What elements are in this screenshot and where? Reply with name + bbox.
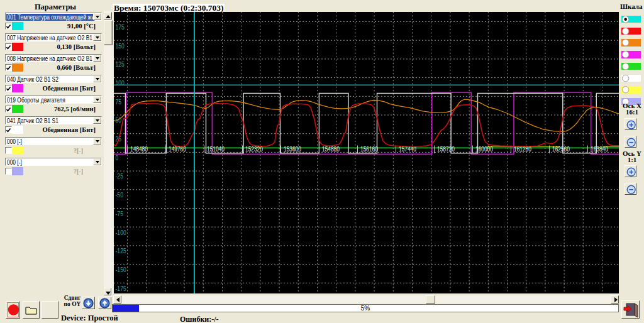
svg-text:-175: -175 [116,285,127,292]
svg-text:158720: 158720 [437,145,455,153]
svg-text:162560: 162560 [552,145,570,153]
svg-text:160000: 160000 [475,145,493,153]
svg-text:150: 150 [116,41,125,49]
svg-text:148480: 148480 [130,145,148,153]
svg-text:-150: -150 [116,266,127,273]
svg-text:0: 0 [116,154,119,162]
svg-text:75: 75 [116,98,122,106]
svg-text:125: 125 [116,60,125,68]
svg-text:151040: 151040 [207,145,225,153]
svg-text:-100: -100 [116,228,127,236]
svg-text:156160: 156160 [360,145,378,153]
svg-text:-75: -75 [116,210,124,217]
svg-text:-125: -125 [116,247,127,255]
svg-text:-25: -25 [116,172,124,180]
svg-text:163840: 163840 [591,145,608,153]
svg-text:-50: -50 [116,191,124,199]
svg-text:153600: 153600 [284,145,301,153]
svg-text:175: 175 [116,23,125,31]
svg-text:100: 100 [116,79,125,87]
